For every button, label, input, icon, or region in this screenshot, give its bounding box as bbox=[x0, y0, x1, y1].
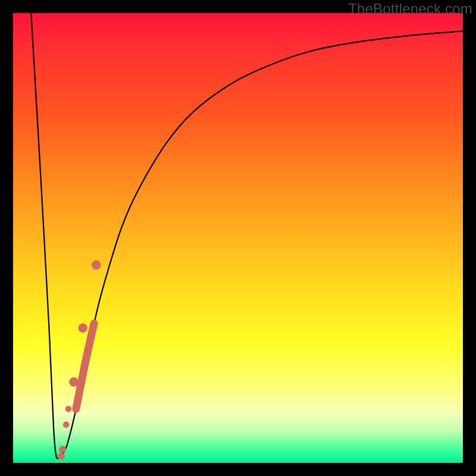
thick-segment-bottom bbox=[69, 377, 79, 387]
dot-lower bbox=[63, 421, 70, 428]
baseline-dot-2 bbox=[58, 453, 65, 460]
markers-group bbox=[58, 261, 101, 460]
thick-segment-mid bbox=[78, 323, 87, 333]
plot-area bbox=[13, 13, 463, 463]
thick-segment-top bbox=[92, 261, 101, 270]
bottleneck-curve bbox=[31, 13, 463, 459]
chart-svg bbox=[13, 13, 463, 463]
watermark-text: TheBottleneck.com bbox=[348, 1, 472, 17]
highlight-segment bbox=[76, 324, 94, 409]
baseline-dot-1 bbox=[59, 446, 66, 453]
frame: TheBottleneck.com bbox=[0, 0, 476, 476]
dot-upper bbox=[65, 406, 72, 412]
